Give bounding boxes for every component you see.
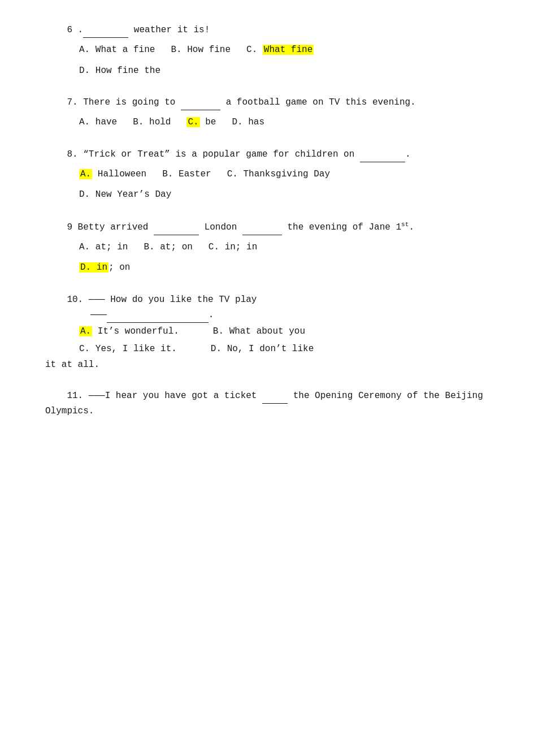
q10-optA: A. It’s wonderful. — [79, 323, 179, 340]
page: 6 . weather it is! A. What a fine B. How… — [0, 0, 534, 756]
q8-optD: D. New Year’s Day — [79, 186, 171, 203]
q10-opts-line1: A. It’s wonderful. B. What about you — [79, 323, 489, 340]
q6-blank — [83, 29, 128, 38]
q7-options: A. have B. hold C. be D. has — [79, 114, 489, 131]
q8-options: A. Halloween B. Easter C. Thanksgiving D… — [79, 166, 489, 183]
q9-optD: D. in; on — [79, 259, 130, 276]
q10-text2: ———. — [90, 308, 489, 323]
question-6: 6 . weather it is! A. What a fine B. How… — [45, 23, 489, 79]
q8-optB: B. Easter — [162, 166, 211, 183]
q8-optD-row: D. New Year’s Day — [79, 186, 489, 203]
q10-opts-line2: C. Yes, I like it. D. No, I don’t like — [79, 340, 489, 357]
q6-optC: C. What fine — [246, 41, 314, 58]
q8-optC: C. Thanksgiving Day — [227, 166, 330, 183]
q8-optA-highlight: A. — [79, 169, 92, 179]
question-10: 10. ——— How do you like the TV play ———.… — [45, 292, 489, 373]
q9-optB: B. at; on — [144, 239, 192, 256]
q6-text: 6 . weather it is! — [45, 23, 489, 38]
q6-optA: A. What a fine — [79, 41, 155, 58]
question-11: 11. ———I hear you have got a ticket the … — [45, 388, 489, 419]
q9-optA: A. at; in — [79, 239, 128, 256]
q11-number: 11. — [67, 391, 83, 401]
q9-superscript: st — [401, 221, 409, 228]
q8-optA: A. Halloween — [79, 166, 146, 183]
q10-options: A. It’s wonderful. B. What about you C. … — [79, 323, 489, 357]
q7-optB: B. hold — [133, 114, 171, 131]
q7-optC-highlight: C. — [186, 117, 199, 127]
q10-optB: B. What about you — [213, 323, 305, 340]
q7-optD: D. has — [232, 114, 264, 131]
q7-blank — [181, 101, 220, 110]
q8-text: 8. “Trick or Treat” is a popular game fo… — [45, 147, 489, 162]
q7-text: 7. There is going to a football game on … — [45, 95, 489, 110]
q10-blank — [107, 314, 209, 323]
q10-optD: D. No, I don’t like — [211, 340, 314, 357]
question-7: 7. There is going to a football game on … — [45, 95, 489, 131]
q9-optC: C. in; in — [209, 239, 257, 256]
q7-optC: C. be — [186, 114, 216, 131]
q8-blank — [360, 153, 405, 162]
q11-blank — [262, 395, 288, 404]
q9-blank2 — [242, 226, 282, 235]
q6-number: 6 . — [67, 25, 83, 35]
q9-text: 9 Betty arrived London the evening of Ja… — [45, 219, 489, 236]
q10-optC: C. Yes, I like it. — [79, 340, 177, 357]
q9-blank1 — [154, 226, 199, 235]
q6-optD: D. How fine the — [79, 62, 160, 79]
q6-optB: B. How fine — [171, 41, 231, 58]
q7-number: 7. — [67, 97, 77, 107]
q6-optC-highlight: What fine — [263, 45, 314, 55]
q9-optD-row: D. in; on — [79, 259, 489, 276]
question-9: 9 Betty arrived London the evening of Ja… — [45, 219, 489, 277]
q8-number: 8. — [67, 149, 77, 159]
q10-text3: it at all. — [45, 357, 489, 373]
q9-optD-highlight: D. in — [79, 262, 108, 273]
q11-text: 11. ———I hear you have got a ticket the … — [45, 388, 489, 419]
q10-optA-highlight: A. — [79, 326, 92, 336]
q9-options: A. at; in B. at; on C. in; in — [79, 239, 489, 256]
q7-optA: A. have — [79, 114, 117, 131]
q10-number: 10. — [67, 295, 83, 305]
q10-text: 10. ——— How do you like the TV play — [45, 292, 489, 308]
question-8: 8. “Trick or Treat” is a popular game fo… — [45, 147, 489, 204]
q9-number: 9 — [67, 222, 72, 232]
q6-options: A. What a fine B. How fine C. What fine — [79, 41, 489, 58]
q6-optD-row: D. How fine the — [79, 62, 489, 79]
